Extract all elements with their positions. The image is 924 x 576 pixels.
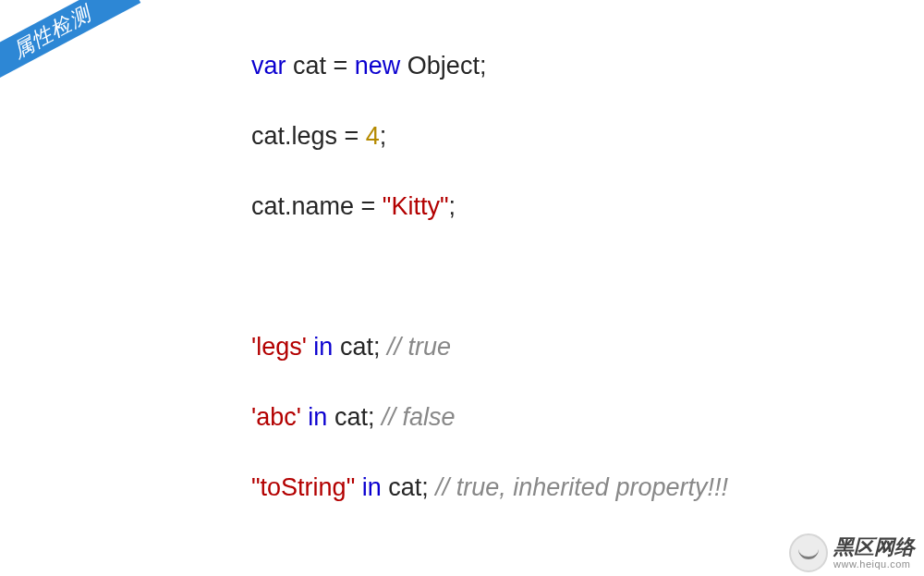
- code-text: Object;: [400, 52, 486, 80]
- keyword: var: [251, 52, 286, 80]
- code-line: 'abc' in cat; // false: [251, 399, 736, 435]
- watermark-url: www.heiqu.com: [833, 559, 915, 570]
- watermark-title: 黑区网络: [833, 537, 915, 558]
- code-text: cat =: [286, 52, 355, 80]
- code-text: cat;: [382, 473, 436, 501]
- code-line: "toString" in cat; // true, inherited pr…: [251, 470, 736, 505]
- ribbon-label: 属性检测: [8, 2, 94, 62]
- string: "Kitty": [383, 192, 449, 220]
- code-text: cat;: [333, 333, 387, 361]
- code-text: cat;: [327, 403, 382, 431]
- watermark-text: 黑区网络 www.heiqu.com: [833, 537, 915, 570]
- code-line: cat.name = "Kitty";: [251, 189, 736, 224]
- code-block: var cat = new Object; cat.legs = 4; cat.…: [251, 13, 736, 576]
- keyword: in: [362, 473, 382, 501]
- ribbon-badge: 属性检测: [0, 0, 140, 90]
- keyword: in: [313, 333, 333, 361]
- code-line: cat.legs = 4;: [251, 118, 736, 153]
- code-text: cat.name =: [251, 192, 383, 220]
- watermark-logo-icon: [789, 533, 828, 572]
- string: "toString": [251, 473, 355, 501]
- keyword: in: [308, 403, 327, 431]
- code-line: var cat = new Object;: [251, 48, 736, 83]
- watermark: 黑区网络 www.heiqu.com: [789, 533, 915, 572]
- comment: // false: [382, 403, 456, 431]
- blank-line: [251, 259, 736, 294]
- comment: // true, inherited property!!!: [435, 473, 728, 501]
- blank-line: [251, 540, 736, 575]
- string: 'abc': [251, 403, 301, 431]
- code-text: [355, 473, 362, 501]
- comment: // true: [387, 333, 451, 361]
- code-text: cat.legs =: [251, 122, 366, 150]
- string: 'legs': [251, 333, 307, 361]
- code-line: 'legs' in cat; // true: [251, 329, 736, 364]
- keyword: new: [355, 52, 401, 80]
- code-text: ;: [380, 122, 387, 150]
- code-text: ;: [449, 192, 456, 220]
- number: 4: [366, 122, 380, 150]
